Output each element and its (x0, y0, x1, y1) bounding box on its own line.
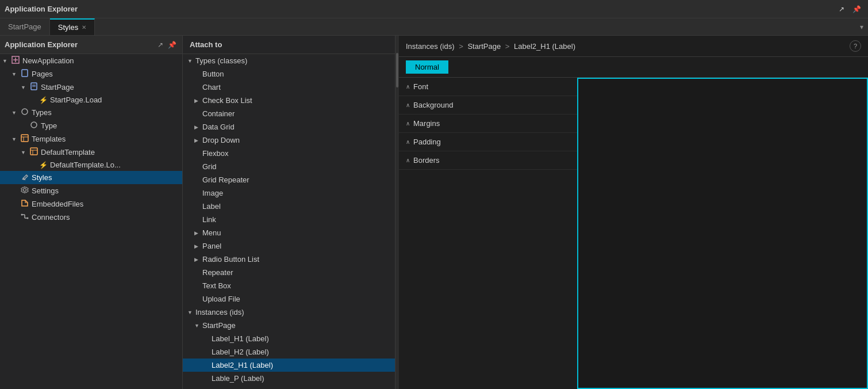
prop-section-label-margins: Margins (413, 119, 440, 128)
sidebar-pin-btn[interactable]: 📌 (167, 40, 178, 50)
middle-arrow-startpage-inst[interactable]: ▼ (194, 323, 202, 329)
middle-tree-item-instances-ids[interactable]: ▼Instances (ids) (183, 306, 395, 319)
main-layout: Application Explorer ↗ 📌 ▼NewApplication… (0, 36, 868, 389)
prop-section-borders[interactable]: ∧Borders (399, 151, 577, 170)
sidebar-tree: ▼NewApplication▼Pages▼StartPage⚡StartPag… (0, 54, 182, 389)
svg-rect-3 (22, 70, 28, 77)
sidebar-item-defaulttemplate[interactable]: ▼DefaultTemplate (0, 146, 182, 159)
prop-section-arrow-margins: ∧ (406, 120, 410, 127)
middle-arrow-panel[interactable]: ▶ (194, 243, 202, 249)
tree-arrow-pages[interactable]: ▼ (11, 71, 20, 77)
tree-arrow-startpage-node[interactable]: ▼ (21, 85, 29, 90)
sidebar-item-defaulttemplate-load[interactable]: ⚡DefaultTemplate.Lo... (0, 159, 182, 171)
middle-tree-item-text-box[interactable]: Text Box (183, 279, 395, 292)
sidebar-item-startpage-node[interactable]: ▼StartPage (0, 81, 182, 94)
prop-section-arrow-font: ∧ (406, 83, 410, 90)
sidebar-label-templates: Templates (32, 135, 66, 143)
middle-tree-item-label2-h1[interactable]: Label2_H1 (Label) (183, 359, 395, 372)
middle-tree-item-label[interactable]: Label (183, 200, 395, 213)
middle-arrow-check-box-list[interactable]: ▶ (194, 98, 202, 104)
right-panel-header: Instances (ids) > StartPage > Label2_H1 … (399, 36, 868, 57)
tab-startpage-label: StartPage (8, 22, 41, 31)
prop-section-background[interactable]: ∧Background (399, 96, 577, 115)
middle-arrow-drop-down[interactable]: ▶ (194, 138, 202, 143)
sidebar-item-new-application[interactable]: ▼NewApplication (0, 54, 182, 67)
svg-rect-9 (21, 135, 28, 142)
middle-panel-header: Attach to (183, 36, 395, 54)
middle-arrow-instances-ids[interactable]: ▼ (187, 310, 195, 315)
middle-label-grid: Grid (202, 162, 217, 171)
middle-label-text-box: Text Box (202, 281, 231, 290)
prop-section-arrow-padding: ∧ (406, 139, 410, 145)
breadcrumb-separator: > (503, 42, 512, 51)
sidebar-header: Application Explorer ↗ 📌 (0, 36, 182, 54)
svg-point-20 (27, 218, 29, 219)
tree-arrow-types[interactable]: ▼ (11, 110, 20, 116)
middle-tree-item-label-h2[interactable]: Label_H2 (Label) (183, 345, 395, 359)
sidebar-item-embedded-files[interactable]: EmbeddedFiles (0, 197, 182, 211)
sidebar-item-templates[interactable]: ▼Templates (0, 132, 182, 146)
middle-tree-item-panel[interactable]: ▶Panel (183, 239, 395, 253)
middle-label-label-h1: Label_H1 (Label) (212, 334, 269, 343)
middle-tree-item-radio-button-list[interactable]: ▶Radio Button List (183, 253, 395, 266)
middle-label-instances-ids: Instances (ids) (195, 308, 244, 316)
title-bar-pin-btn[interactable]: 📌 (850, 4, 863, 14)
sidebar-title: Application Explorer (5, 40, 78, 49)
middle-tree-item-startpage-inst[interactable]: ▼StartPage (183, 319, 395, 332)
middle-tree-item-image[interactable]: Image (183, 186, 395, 200)
svg-point-19 (21, 214, 23, 216)
tree-arrow-defaulttemplate[interactable]: ▼ (21, 150, 29, 155)
middle-tree-item-grid-repeater[interactable]: Grid Repeater (183, 173, 395, 186)
middle-tree-item-data-grid[interactable]: ▶Data Grid (183, 120, 395, 134)
sidebar-popout-btn[interactable]: ↗ (156, 40, 164, 50)
tree-arrow-templates[interactable]: ▼ (11, 136, 20, 142)
middle-arrow-data-grid[interactable]: ▶ (194, 124, 202, 130)
middle-tree-item-grid[interactable]: Grid (183, 160, 395, 173)
middle-arrow-types-classes[interactable]: ▼ (187, 58, 195, 64)
middle-tree-item-lable-p[interactable]: Lable_P (Label) (183, 372, 395, 385)
help-button[interactable]: ? (850, 40, 861, 52)
tab-startpage[interactable]: StartPage (0, 18, 50, 35)
middle-tree-item-check-box-list[interactable]: ▶Check Box List (183, 94, 395, 107)
sidebar-item-connectors[interactable]: Connectors (0, 211, 182, 224)
prop-section-padding[interactable]: ∧Padding (399, 133, 577, 151)
middle-arrow-menu[interactable]: ▶ (194, 230, 202, 236)
middle-tree-item-upload-file[interactable]: Upload File (183, 292, 395, 306)
sidebar-item-settings[interactable]: Settings (0, 184, 182, 197)
breadcrumb: Instances (ids) > StartPage > Label2_H1 … (406, 42, 575, 51)
middle-tree-item-repeater[interactable]: Repeater (183, 266, 395, 279)
middle-label-grid-repeater: Grid Repeater (202, 176, 249, 184)
tab-overflow-icon[interactable]: ▾ (860, 23, 863, 31)
sidebar-item-pages[interactable]: ▼Pages (0, 67, 182, 81)
middle-tree-item-flexbox[interactable]: Flexbox (183, 147, 395, 160)
type-icon (29, 121, 39, 131)
middle-tree-item-menu[interactable]: ▶Menu (183, 226, 395, 239)
sidebar-item-types[interactable]: ▼Types (0, 106, 182, 119)
middle-arrow-radio-button-list[interactable]: ▶ (194, 257, 202, 262)
middle-tree-item-drop-down[interactable]: ▶Drop Down (183, 134, 395, 147)
middle-label-upload-file: Upload File (202, 295, 240, 303)
sidebar-item-startpage-load[interactable]: ⚡StartPage.Load (0, 94, 182, 106)
sidebar-item-type[interactable]: Type (0, 119, 182, 132)
page-icon (29, 82, 39, 92)
tree-arrow-new-application[interactable]: ▼ (2, 58, 10, 64)
middle-tree-item-container[interactable]: Container (183, 107, 395, 120)
svg-point-7 (22, 109, 28, 115)
styles-preview-panel (577, 78, 868, 389)
sidebar-item-styles-node[interactable]: Styles (0, 171, 182, 184)
title-bar-popout-btn[interactable]: ↗ (836, 4, 847, 14)
middle-tree-item-types-classes[interactable]: ▼Types (classes) (183, 54, 395, 67)
middle-label-startpage-inst: StartPage (202, 321, 236, 330)
middle-tree-item-link[interactable]: Link (183, 213, 395, 226)
title-bar-title: Application Explorer (5, 5, 836, 13)
tab-styles-close-icon[interactable]: ✕ (82, 25, 86, 30)
middle-tree-item-label-h1[interactable]: Label_H1 (Label) (183, 332, 395, 345)
middle-tree-item-chart[interactable]: Chart (183, 81, 395, 94)
middle-scrollbar[interactable] (395, 36, 399, 389)
prop-section-font[interactable]: ∧Font (399, 78, 577, 96)
normal-tab-button[interactable]: Normal (406, 60, 448, 74)
tab-styles[interactable]: Styles ✕ (50, 18, 95, 35)
middle-tree-item-button[interactable]: Button (183, 67, 395, 81)
sidebar-label-type: Type (41, 121, 57, 130)
prop-section-margins[interactable]: ∧Margins (399, 115, 577, 133)
